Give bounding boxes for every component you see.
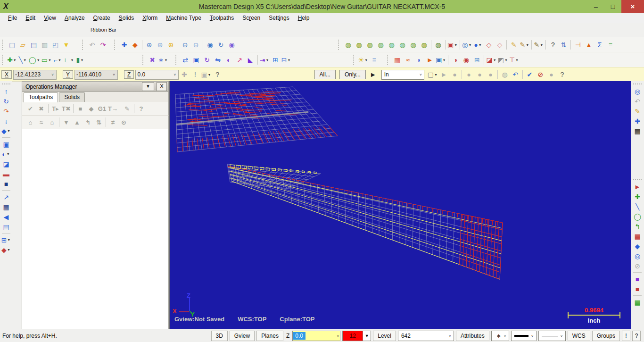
help-button[interactable]: ? — [632, 331, 641, 341]
autocursor-help-button[interactable]: ? — [213, 70, 223, 80]
units-combo[interactable]: In ˅ — [381, 70, 424, 80]
y-coordinate-field[interactable]: -116.4010 ˅ — [74, 70, 118, 80]
screen-blank-button[interactable]: ☀▾ — [358, 55, 369, 65]
menu-screen[interactable]: Screen — [238, 14, 264, 22]
qm-color-mask-2-button[interactable]: ■ — [633, 284, 643, 294]
ops-select-window-button[interactable]: ⊙ — [119, 117, 129, 127]
qm-points-button[interactable]: ✚ — [633, 192, 643, 201]
entity-color-combo[interactable]: 12 ▼ — [342, 331, 371, 341]
surface-net-button[interactable]: ▦ — [392, 55, 402, 65]
close-button[interactable]: × — [621, 0, 644, 13]
select-only-button[interactable]: Only... — [339, 70, 366, 79]
unzoom-button[interactable]: ⊖ — [180, 40, 190, 50]
operations-tree[interactable] — [22, 129, 169, 333]
curve-all-edges-button[interactable]: ◉ — [461, 55, 471, 65]
toolbar-drag-handle[interactable] — [633, 83, 642, 84]
flatten-surface-button[interactable]: ◩▾ — [498, 55, 508, 65]
x-coordinate-field[interactable]: -12.41223 ˅ — [13, 70, 57, 80]
analyze-position-button[interactable]: ? — [548, 40, 558, 50]
create-primitives-dropdown-icon[interactable]: ▾ — [80, 58, 84, 62]
xform-scale-button[interactable]: ↗ — [235, 55, 245, 65]
flatten-surface-dropdown-icon[interactable]: ▾ — [504, 58, 508, 62]
select-single-button[interactable]: ● — [464, 70, 474, 80]
shading-settings-button[interactable]: ▣▾ — [447, 40, 458, 50]
fit-screen-button[interactable]: ◆ — [130, 40, 140, 50]
trim-divide-dropdown-icon[interactable]: ▾ — [164, 58, 168, 62]
z-coordinate-field[interactable]: 0.0 ˅ — [135, 70, 179, 80]
select-solids-mode-button[interactable]: ◍ — [500, 70, 510, 80]
select-window-mode-dropdown-icon[interactable]: ▾ — [434, 73, 438, 77]
gview-reverse-button[interactable]: ◍ — [419, 40, 429, 50]
shaded-display-button[interactable]: ●▾ — [473, 40, 483, 50]
xform-rectangular-array-button[interactable]: ⊞ — [271, 55, 281, 65]
menu-solids[interactable]: Solids — [115, 14, 139, 22]
select-clear-button[interactable]: ⊘ — [536, 70, 545, 80]
qm-solids-button[interactable]: ◆ — [633, 241, 643, 251]
print-preview-button[interactable]: ◰ — [50, 40, 60, 50]
solid-trim-button[interactable]: ◪ — [1, 159, 11, 169]
select-chain-button[interactable]: ● — [475, 70, 485, 80]
solid-layout-button[interactable]: ▤ — [1, 222, 11, 232]
analyze-database-button[interactable]: ≡ — [605, 40, 615, 50]
autocursor-settings-button[interactable]: ▣▾ — [201, 70, 211, 80]
solid-thicken-button[interactable]: ▬ — [1, 169, 11, 179]
ops-verify-button[interactable]: ◆ — [86, 104, 96, 114]
zoom-target-button[interactable]: ⊕ — [166, 40, 176, 50]
create-rectangle-dropdown-icon[interactable]: ▾ — [48, 58, 52, 62]
alert-button[interactable]: ! — [622, 331, 630, 341]
pan-view-button[interactable]: ✚ — [633, 116, 643, 126]
wireframe-display-button[interactable]: ◎▾ — [462, 40, 472, 50]
minimize-button[interactable]: – — [587, 0, 604, 13]
rotate-view-button[interactable]: ↻ — [216, 40, 226, 50]
solid-history-button[interactable]: ◆▾ — [1, 245, 11, 255]
unzoom-80-button[interactable]: ⊖ — [191, 40, 201, 50]
gview-top-button[interactable]: ◍ — [343, 40, 353, 50]
undelete-button[interactable]: ✎▾ — [534, 40, 544, 50]
ops-edit-button[interactable]: ✎ — [122, 104, 132, 114]
create-line-dropdown-icon[interactable]: ▾ — [23, 58, 27, 62]
solid-fillet-button[interactable]: ◆▾ — [1, 126, 11, 136]
groups-button[interactable]: Groups — [592, 331, 620, 341]
shaded-display-dropdown-icon[interactable]: ▾ — [478, 43, 482, 47]
solid-sweep-button[interactable]: ↷ — [1, 106, 11, 116]
z-coordinate-button[interactable]: Z — [124, 70, 134, 79]
tab-toolpaths[interactable]: Toolpaths — [24, 92, 58, 102]
ops-toggle-display-button[interactable]: ≈ — [36, 117, 46, 127]
trim-divide-button[interactable]: ∗▾ — [158, 55, 168, 65]
menu-machine-type[interactable]: Machine Type — [162, 14, 206, 22]
pin-toolbar-button[interactable]: ⊤▾ — [509, 55, 519, 65]
select-polygon-button[interactable]: ● — [450, 70, 460, 80]
zoom-window-button[interactable]: ⊕ — [144, 40, 154, 50]
toolbar-drag-handle[interactable] — [633, 179, 642, 180]
qm-lines-button[interactable]: ╲ — [633, 201, 643, 211]
ops-highfeed-button[interactable]: T→ — [108, 104, 118, 114]
view-palette-button[interactable]: ▦ — [633, 126, 643, 136]
surface-from-solid-dropdown-icon[interactable]: ▾ — [442, 58, 446, 62]
surface-fin-button[interactable]: ◗ — [414, 55, 424, 65]
menu-settings[interactable]: Settings — [264, 14, 293, 22]
level-combo[interactable]: 642 ˅ — [398, 331, 454, 341]
ops-move-down-button[interactable]: ▼ — [61, 117, 71, 127]
line-style-dropdown-icon[interactable]: ˅ — [560, 334, 564, 338]
z-depth-combo[interactable]: 0.0 ˅ — [292, 331, 340, 341]
toolbar-drag-handle[interactable] — [82, 40, 85, 50]
xform-offset-button[interactable]: ⇥▾ — [260, 55, 270, 65]
analyze-stats-button[interactable]: Σ — [594, 40, 604, 50]
view-sphere-button[interactable]: ◎ — [633, 86, 643, 96]
screen-blank-dropdown-icon[interactable]: ▾ — [364, 58, 368, 62]
select-validate-button[interactable]: ✔ — [525, 70, 535, 80]
solid-extrude-button[interactable]: ↑ — [1, 86, 11, 96]
solid-history-dropdown-icon[interactable]: ▾ — [7, 248, 11, 252]
undelete-dropdown-icon[interactable]: ▾ — [539, 43, 544, 47]
y-coordinate-button[interactable]: Y — [63, 70, 73, 79]
qm-wireframe-button[interactable]: ◎ — [633, 251, 643, 261]
analyze-distance-button[interactable]: ⊣ — [573, 40, 583, 50]
color-swatch[interactable]: 12 — [342, 331, 363, 341]
surface-flowline-button[interactable]: ≈ — [403, 55, 413, 65]
line-style-combo[interactable]: ˅ — [538, 331, 566, 341]
qm-color-mask-all-button[interactable]: ▦ — [633, 297, 643, 307]
solid-loft-button[interactable]: ↓ — [1, 116, 11, 126]
gview-front-button[interactable]: ◍ — [354, 40, 364, 50]
ops-regen-dirty-button[interactable]: T✖ — [61, 104, 71, 114]
new-file-button[interactable]: ▢ — [7, 40, 17, 50]
